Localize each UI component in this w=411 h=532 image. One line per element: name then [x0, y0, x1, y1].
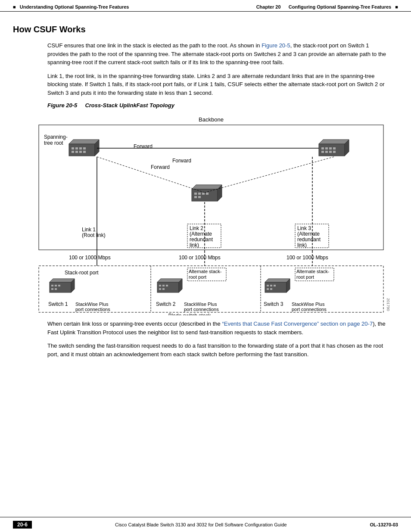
root-switch-icon	[69, 140, 99, 156]
svg-rect-20	[329, 151, 332, 153]
figure-link[interactable]: Figure 20-5	[262, 42, 290, 49]
link3-label2: (Alternate	[297, 231, 320, 237]
svg-rect-31	[50, 282, 71, 292]
link2-label: Link 2	[190, 225, 203, 231]
stackwise-label-3: StackWise Plus	[292, 302, 325, 307]
svg-rect-51	[270, 285, 272, 286]
svg-rect-46	[162, 288, 165, 290]
link3-label: Link 3	[297, 225, 311, 231]
switch1-group	[50, 279, 75, 292]
svg-rect-34	[51, 285, 53, 286]
svg-rect-43	[162, 285, 165, 286]
link2-label3: redundant	[190, 236, 213, 243]
alt-stack-port2-label2: root port	[189, 274, 206, 280]
stackwise-label-1b: port connections	[75, 307, 110, 312]
svg-rect-50	[267, 285, 269, 286]
alt-stack-port3-label: Alternate stack-	[296, 269, 330, 274]
footer-center-text: Cisco Catalyst Blade Switch 3130 and 303…	[115, 522, 287, 527]
diagram-id: 201790	[386, 298, 390, 311]
paragraph-1: CSUF ensures that one link in the stack …	[47, 41, 389, 67]
forward-label-1: Forward	[134, 143, 153, 149]
alt-stack-port2-label: Alternate stack-	[189, 269, 222, 274]
convergence-link[interactable]: “Events that Cause Fast Convergence” sec…	[222, 320, 373, 327]
svg-rect-37	[51, 288, 53, 290]
svg-marker-23	[192, 185, 222, 189]
svg-marker-1	[69, 140, 99, 144]
topology-diagram: Backbone Spanning- tree root	[26, 113, 396, 315]
switch2-group	[157, 279, 182, 292]
svg-rect-30	[198, 196, 201, 198]
speed-label-2: 100 or 1000 Mbps	[179, 255, 221, 261]
link2-label2: (Alternate	[190, 231, 212, 237]
svg-rect-18	[321, 151, 324, 153]
stackwise-label-1: StackWise Plus	[75, 302, 109, 307]
stackwise-label-2b: port connections	[184, 307, 219, 312]
svg-rect-0	[69, 144, 95, 156]
header-chapter-title: Configuring Optional Spanning-Tree Featu…	[289, 4, 391, 9]
section-title: How CSUF Works	[13, 25, 398, 34]
svg-rect-10	[83, 151, 86, 153]
blade-stack-label: Blade switch stack	[168, 313, 212, 315]
figure-label: Figure 20-5	[47, 102, 77, 109]
svg-rect-14	[321, 147, 324, 149]
svg-rect-47	[265, 282, 286, 292]
svg-rect-44	[166, 285, 168, 286]
svg-rect-52	[274, 285, 276, 286]
backbone-label: Backbone	[199, 116, 224, 123]
switch2-label: Switch 2	[156, 301, 176, 307]
footer-page-number: 20-6	[13, 521, 32, 529]
alt-stack-port3-label2: root port	[296, 274, 314, 280]
svg-marker-48	[265, 279, 290, 282]
header-chapter-label: ■	[13, 4, 19, 9]
stackwise-label-3b: port connections	[292, 307, 327, 312]
speed-label-3: 100 or 1000 Mbps	[286, 255, 328, 261]
svg-rect-9	[79, 151, 82, 153]
main-content: How CSUF Works CSUF ensures that one lin…	[0, 12, 411, 389]
figure-caption: Figure 20-5 Cross-Stack UplinkFast Topol…	[47, 102, 398, 109]
svg-rect-28	[206, 193, 209, 195]
svg-marker-12	[319, 140, 349, 144]
forward-label-2: Forward	[151, 164, 170, 170]
svg-rect-17	[333, 147, 336, 149]
header-right: Chapter 20 Configuring Optional Spanning…	[256, 4, 398, 9]
svg-rect-36	[58, 285, 60, 286]
svg-rect-11	[319, 144, 345, 156]
link3-label3: redundant	[297, 236, 321, 243]
paragraph-4: The switch sending the fast-transition r…	[47, 342, 389, 358]
stack-root-port-label: Stack-root port	[65, 270, 99, 276]
diag-line-2	[205, 157, 334, 193]
figure-title: Cross-Stack UplinkFast Topology	[85, 102, 174, 109]
svg-rect-39	[157, 282, 179, 292]
header-chapter-num: Chapter 20	[256, 4, 281, 9]
svg-marker-40	[157, 279, 182, 282]
switch1-label: Switch 1	[48, 301, 68, 307]
forward-label-3: Forward	[172, 158, 191, 164]
svg-rect-22	[192, 189, 218, 201]
top-right-switch-icon	[319, 140, 349, 156]
svg-rect-54	[270, 288, 272, 290]
stackwise-label-2: StackWise Plus	[184, 302, 217, 307]
diagram-wrapper: Backbone Spanning- tree root	[26, 113, 385, 315]
svg-rect-3	[72, 147, 74, 149]
svg-rect-45	[159, 288, 161, 290]
svg-rect-53	[267, 288, 269, 290]
svg-rect-26	[198, 193, 201, 195]
svg-rect-15	[325, 147, 328, 149]
svg-rect-5	[79, 147, 82, 149]
svg-rect-7	[72, 151, 74, 153]
speed-label-1: 100 or 1000 Mbps	[69, 255, 111, 261]
switch3-group	[265, 279, 290, 292]
svg-rect-38	[55, 288, 57, 290]
link1-label: Link 1	[82, 227, 96, 233]
svg-rect-42	[159, 285, 161, 286]
svg-rect-4	[75, 147, 78, 149]
header-left: ■ Understanding Optional Spanning-Tree F…	[13, 4, 129, 9]
page-header: ■ Understanding Optional Spanning-Tree F…	[0, 0, 411, 12]
svg-rect-21	[333, 151, 336, 153]
page: ■ Understanding Optional Spanning-Tree F…	[0, 0, 411, 532]
post-diagram-paragraphs: When certain link loss or spanning-tree …	[47, 320, 389, 358]
link3-label4: link)	[297, 242, 307, 248]
spanning-tree-root-label2: tree root	[44, 140, 63, 146]
link1-sublabel: (Root link)	[82, 232, 106, 238]
svg-rect-35	[55, 285, 57, 286]
